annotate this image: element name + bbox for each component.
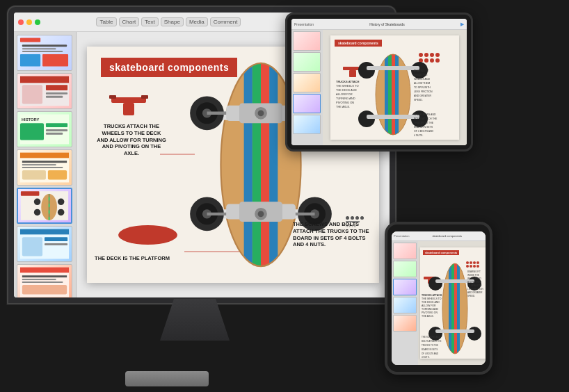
svg-rect-26 [21,191,40,196]
slide-thumb-2[interactable] [17,73,72,109]
svg-rect-9 [46,85,67,90]
svg-rect-119 [367,66,419,70]
svg-rect-40 [20,268,69,273]
svg-rect-11 [46,96,63,98]
slide-thumb-7[interactable] [17,264,72,297]
table-button[interactable]: Table [96,17,116,26]
slide-thumb-6[interactable] [17,226,72,262]
svg-point-104 [424,58,428,63]
svg-text:LESS FRICTION: LESS FRICTION [467,288,483,291]
svg-point-82 [258,211,264,217]
svg-text:BOLTS ATTACH THE: BOLTS ATTACH THE [422,340,442,343]
phone: Presentation skateboard components skate… [385,222,492,375]
phone-thumb-2[interactable] [393,261,417,277]
svg-text:ALLOW FOR: ALLOW FOR [336,92,353,96]
svg-rect-63 [123,103,134,115]
svg-text:BEARING FIT: BEARING FIT [467,270,481,273]
tablet-main: skateboard components [323,30,467,145]
svg-rect-43 [22,281,63,283]
svg-rect-36 [22,237,42,256]
svg-point-145 [473,261,476,264]
svg-rect-24 [48,170,67,180]
svg-text:4 NUTS.: 4 NUTS. [414,134,423,137]
truck-icon [108,92,150,120]
svg-rect-5 [42,54,68,67]
phone-thumb-5[interactable] [393,315,417,332]
svg-rect-16 [46,129,67,131]
slide-thumb-1-content [19,37,70,69]
svg-rect-41 [22,275,67,277]
svg-text:BEARING FIT: BEARING FIT [414,70,430,72]
tablet-screen: Presentation History of Skateboards ▶ sk… [291,19,467,145]
comment-button[interactable]: Comment [210,17,241,26]
svg-rect-38 [45,243,67,245]
svg-rect-155 [451,263,454,354]
tablet-thumb-5[interactable] [293,115,321,134]
close-button[interactable] [18,19,24,25]
tablet-thumb-1[interactable] [293,31,321,51]
svg-point-159 [428,277,442,291]
svg-point-143 [466,261,469,264]
tablet-slides[interactable] [291,30,323,145]
svg-text:AND GREATER: AND GREATER [414,95,431,97]
svg-point-150 [476,265,479,268]
svg-point-31 [58,199,64,205]
tablet-thumb-4[interactable] [293,94,321,113]
phone-thumb-4[interactable] [393,297,417,313]
tablet-thumb-2[interactable] [293,52,321,72]
svg-rect-120 [367,115,419,119]
svg-text:WHEELS AND: WHEELS AND [467,277,482,280]
svg-point-100 [424,53,428,57]
svg-rect-7 [20,76,69,83]
svg-point-105 [430,58,434,63]
svg-rect-108 [349,70,356,77]
svg-rect-157 [457,263,460,354]
slide-thumb-3-content: HISTORY [19,113,70,145]
slide-thumb-4[interactable] [17,149,72,186]
svg-point-101 [430,53,434,57]
minimize-button[interactable] [26,19,32,25]
monitor-stand [160,299,230,341]
shape-button[interactable]: Shape [161,17,184,26]
svg-text:THE AXLE.: THE AXLE. [336,105,350,108]
phone-thumb-1[interactable] [393,243,417,259]
svg-rect-154 [449,263,451,354]
svg-rect-3 [22,51,63,52]
deck-oval [118,225,177,245]
tablet-thumb-3[interactable] [293,73,321,92]
svg-rect-65 [141,95,148,99]
chart-button[interactable]: Chart [119,17,140,26]
slide-thumb-7-content [19,266,70,297]
svg-rect-70 [261,63,269,266]
svg-text:ALLOW FOR: ALLOW FOR [422,304,436,307]
svg-text:BOARD IN SETS: BOARD IN SETS [422,348,438,351]
media-button[interactable]: Media [186,17,208,26]
text-button[interactable]: Text [141,17,159,26]
phone-thumb-3[interactable] [393,279,417,295]
slide-thumb-3[interactable]: HISTORY [17,111,72,147]
slide-thumb-4-content [19,152,70,183]
screw-dot-3 [355,216,359,220]
svg-text:AND GREATER: AND GREATER [467,291,483,294]
slide-thumb-5[interactable] [17,188,72,224]
phone-slides[interactable] [392,241,418,365]
svg-text:LESS FRICTION: LESS FRICTION [414,90,433,93]
tablet-body: skateboard components [291,30,467,145]
slide-thumb-5-content [19,190,70,221]
svg-text:INSIDE THE: INSIDE THE [467,274,479,277]
svg-rect-20 [22,161,67,163]
maximize-button[interactable] [35,19,40,25]
slide-thumb-6-content [19,228,70,260]
svg-text:THE DECK AND: THE DECK AND [336,88,357,92]
svg-text:ALLOW THEM: ALLOW THEM [467,281,481,284]
slide-panel[interactable]: HISTORY [14,32,77,297]
tablet: Presentation History of Skateboards ▶ sk… [285,13,473,152]
svg-text:OF 4 BOLTS AND: OF 4 BOLTS AND [422,352,439,355]
slide-thumb-1[interactable] [17,35,72,71]
svg-text:4 NUTS.: 4 NUTS. [422,356,430,359]
svg-rect-69 [253,63,261,266]
svg-point-161 [428,327,442,341]
svg-text:THE SCREWS AND: THE SCREWS AND [422,336,441,338]
svg-rect-64 [109,95,116,99]
svg-text:SPEED.: SPEED. [467,295,475,297]
